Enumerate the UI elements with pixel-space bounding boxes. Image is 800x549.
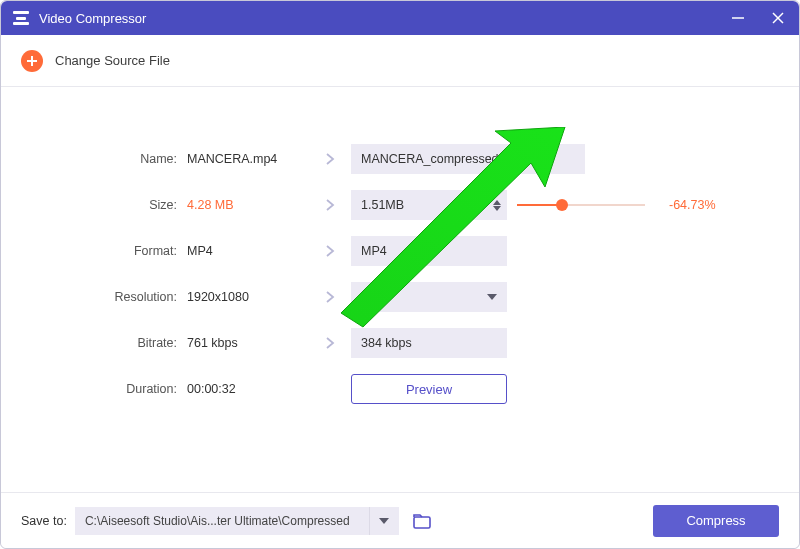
row-duration: Duration: 00:00:32 Preview [31, 373, 769, 405]
size-slider-knob[interactable] [556, 199, 568, 211]
app-icon [13, 11, 29, 25]
open-folder-button[interactable] [411, 510, 433, 532]
chevron-right-icon [309, 336, 351, 350]
duration-label: Duration: [31, 382, 187, 396]
save-path-field[interactable]: C:\Aiseesoft Studio\Ais...ter Ultimate\C… [75, 507, 369, 535]
size-output-field[interactable]: 1.51MB [351, 190, 507, 220]
resolution-source: 1920x1080 [187, 290, 309, 304]
change-source-label[interactable]: Change Source File [55, 53, 170, 68]
footer-bar: Save to: C:\Aiseesoft Studio\Ais...ter U… [1, 492, 799, 548]
bitrate-label: Bitrate: [31, 336, 187, 350]
save-path-select: C:\Aiseesoft Studio\Ais...ter Ultimate\C… [75, 507, 399, 535]
close-button[interactable] [769, 9, 787, 27]
format-output-field[interactable]: MP4 [351, 236, 507, 266]
name-output-value: MANCERA_compressed.mp4 [361, 152, 526, 166]
format-label: Format: [31, 244, 187, 258]
row-format: Format: MP4 MP4 [31, 235, 769, 267]
format-output-value: MP4 [361, 244, 387, 258]
size-spinner-up[interactable] [493, 200, 501, 205]
name-label: Name: [31, 152, 187, 166]
save-path-value: C:\Aiseesoft Studio\Ais...ter Ultimate\C… [85, 514, 350, 528]
preview-label: Preview [406, 382, 452, 397]
size-output-value: 1.51MB [361, 198, 404, 212]
row-name: Name: MANCERA.mp4 MANCERA_compressed.mp4 [31, 143, 769, 175]
size-percent: -64.73% [669, 198, 716, 212]
minimize-button[interactable] [729, 9, 747, 27]
chevron-right-icon [309, 198, 351, 212]
resolution-output-value: Aut [361, 290, 380, 304]
resolution-label: Resolution: [31, 290, 187, 304]
compress-label: Compress [686, 513, 745, 528]
size-tail: -64.73% [517, 195, 716, 215]
name-source: MANCERA.mp4 [187, 152, 309, 166]
app-window: Video Compressor Change Source File Name… [0, 0, 800, 549]
window-controls [729, 9, 787, 27]
chevron-right-icon [309, 290, 351, 304]
compress-button[interactable]: Compress [653, 505, 779, 537]
duration-source: 00:00:32 [187, 382, 309, 396]
format-source: MP4 [187, 244, 309, 258]
bitrate-output-field[interactable]: 384 kbps [351, 328, 507, 358]
save-to-label: Save to: [21, 514, 67, 528]
window-title: Video Compressor [39, 11, 729, 26]
add-source-button[interactable] [21, 50, 43, 72]
resolution-output-field[interactable]: Aut [351, 282, 507, 312]
change-source-row: Change Source File [1, 35, 799, 87]
row-resolution: Resolution: 1920x1080 Aut [31, 281, 769, 313]
resolution-dropdown-icon[interactable] [487, 294, 497, 300]
size-source: 4.28 MB [187, 198, 309, 212]
bitrate-source: 761 kbps [187, 336, 309, 350]
size-slider[interactable] [517, 195, 645, 215]
size-label: Size: [31, 198, 187, 212]
chevron-right-icon [309, 244, 351, 258]
save-path-dropdown[interactable] [369, 507, 399, 535]
settings-panel: Name: MANCERA.mp4 MANCERA_compressed.mp4… [1, 87, 799, 492]
chevron-right-icon [309, 152, 351, 166]
size-spinner-down[interactable] [493, 206, 501, 211]
row-size: Size: 4.28 MB 1.51MB -64.73% [31, 189, 769, 221]
row-bitrate: Bitrate: 761 kbps 384 kbps [31, 327, 769, 359]
preview-button[interactable]: Preview [351, 374, 507, 404]
svg-rect-6 [414, 517, 430, 528]
name-output-field[interactable]: MANCERA_compressed.mp4 [351, 144, 585, 174]
title-bar: Video Compressor [1, 1, 799, 35]
size-spinner [493, 190, 501, 220]
bitrate-output-value: 384 kbps [361, 336, 412, 350]
